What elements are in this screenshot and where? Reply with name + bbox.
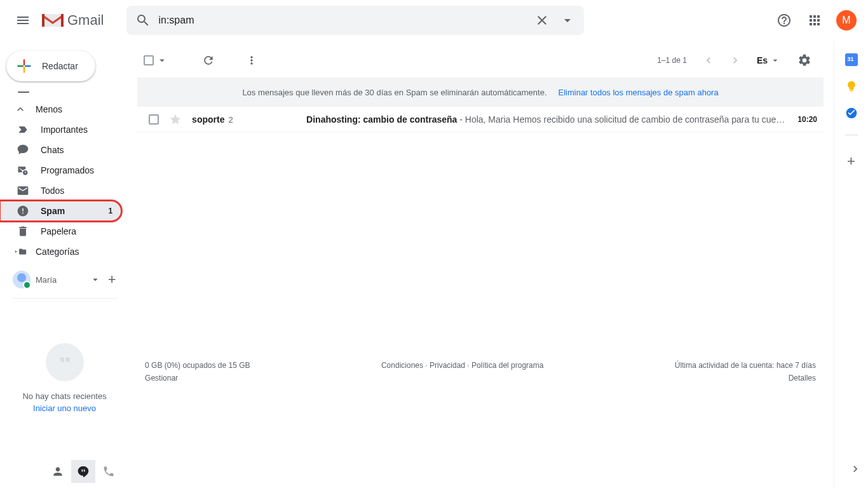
nav-list: Menos Importantes Chats Programados Todo…	[0, 99, 129, 262]
chevron-right-icon	[849, 463, 862, 475]
nav-chats[interactable]: Chats	[0, 140, 121, 160]
header-right: M	[771, 8, 863, 33]
message-time: 10:20	[797, 115, 817, 124]
terms-link[interactable]: Condiciones	[381, 361, 423, 370]
collapse-indicator	[18, 92, 29, 93]
gmail-logo-icon	[41, 11, 65, 29]
contacts-tab[interactable]	[46, 460, 70, 483]
footer-activity: Última actividad de la cuenta: hace 7 dí…	[675, 361, 816, 383]
manage-storage-link[interactable]: Gestionar	[145, 374, 250, 383]
dropdown-icon	[560, 13, 575, 28]
nav-all[interactable]: Todos	[0, 180, 121, 201]
footer: 0 GB (0%) ocupados de 15 GB Gestionar Co…	[137, 361, 824, 383]
divider	[11, 298, 118, 299]
main-menu-button[interactable]	[8, 5, 38, 36]
nav-scheduled[interactable]: Programados	[0, 160, 121, 180]
chevron-right-icon	[729, 54, 742, 67]
search-button[interactable]	[130, 8, 156, 33]
divider	[845, 135, 858, 135]
keep-addon[interactable]	[845, 80, 858, 93]
user-avatar-icon	[13, 271, 31, 288]
side-panel: 31 +	[834, 41, 868, 488]
hangouts-icon	[46, 343, 84, 381]
lang-label: Es	[757, 55, 768, 65]
support-button[interactable]	[771, 8, 797, 33]
tasks-addon[interactable]	[845, 107, 858, 119]
dropdown-icon	[156, 55, 168, 66]
chevron-left-icon	[702, 54, 715, 67]
nav-important[interactable]: Importantes	[0, 119, 121, 140]
activity-text: Última actividad de la cuenta: hace 7 dí…	[675, 361, 816, 370]
app-header: Gmail M	[0, 0, 868, 41]
refresh-button[interactable]	[196, 48, 221, 73]
phone-icon	[102, 465, 115, 478]
chevron-down-icon	[90, 274, 101, 285]
privacy-link[interactable]: Privacidad	[430, 361, 465, 370]
toolbar: 1–1 de 1 Es	[137, 41, 824, 71]
storage-text: 0 GB (0%) ocupados de 15 GB	[145, 361, 250, 370]
nav-categories[interactable]: Categorías	[0, 241, 121, 262]
delete-spam-link[interactable]: Eliminar todos los mensajes de spam ahor…	[559, 88, 719, 97]
calendar-icon: 31	[848, 56, 854, 62]
message-subject-line: Dinahosting: cambio de contraseña - Hola…	[306, 114, 785, 125]
chat-user-name: María	[36, 275, 90, 285]
input-tools-button[interactable]: Es	[757, 55, 780, 65]
main: 1–1 de 1 Es Los mensajes que lleven más …	[129, 41, 868, 488]
calendar-addon[interactable]: 31	[845, 53, 858, 66]
settings-button[interactable]	[792, 48, 817, 73]
footer-storage: 0 GB (0%) ocupados de 15 GB Gestionar	[145, 361, 250, 383]
chat-user-row[interactable]: María +	[0, 266, 129, 293]
prev-page-button[interactable]	[698, 50, 719, 71]
search-box[interactable]	[126, 6, 584, 35]
chat-icon	[17, 144, 29, 156]
hide-side-panel[interactable]	[849, 463, 862, 475]
phone-tab[interactable]	[97, 460, 121, 483]
checkbox-icon	[144, 55, 154, 65]
select-all[interactable]	[144, 55, 168, 66]
program-link[interactable]: Política del programa	[471, 361, 543, 370]
spam-icon	[17, 205, 29, 217]
more-vert-icon	[245, 54, 258, 67]
get-addons-button[interactable]: +	[847, 153, 855, 170]
message-row[interactable]: soporte 2 Dinahosting: cambio de contras…	[137, 107, 824, 132]
sidebar: Redactar Menos Importantes Chats Program…	[0, 41, 129, 488]
hangouts-empty: No hay chats recientes Iniciar uno nuevo	[0, 343, 129, 413]
nav-less[interactable]: Menos	[0, 99, 121, 119]
refresh-icon	[202, 54, 215, 67]
star-button[interactable]	[169, 113, 182, 126]
compose-label: Redactar	[42, 61, 78, 71]
no-chats-text: No hay chats recientes	[13, 391, 116, 401]
apps-grid-icon	[807, 13, 822, 28]
gear-icon	[797, 53, 811, 67]
apps-button[interactable]	[802, 8, 827, 33]
keep-icon	[845, 80, 858, 93]
details-link[interactable]: Detalles	[675, 374, 816, 383]
new-chat-button[interactable]: +	[101, 269, 123, 290]
search-input[interactable]	[156, 15, 529, 26]
logo[interactable]: Gmail	[41, 11, 123, 29]
close-icon	[534, 13, 550, 28]
search-options-button[interactable]	[555, 8, 580, 33]
more-button[interactable]	[239, 48, 264, 73]
hangouts-section: María + No hay chats recientes Iniciar u…	[0, 262, 129, 413]
content: 1–1 de 1 Es Los mensajes que lleven más …	[130, 41, 834, 488]
account-avatar[interactable]: M	[836, 10, 857, 30]
mail-icon	[17, 184, 29, 197]
nav-trash[interactable]: Papelera	[0, 221, 121, 241]
next-page-button[interactable]	[725, 50, 745, 71]
spam-banner: Los mensajes que lleven más de 30 días e…	[137, 78, 824, 107]
folder-icon	[14, 245, 27, 258]
tasks-icon	[845, 107, 858, 119]
scheduled-icon	[17, 164, 29, 177]
toolbar-right: 1–1 de 1 Es	[657, 48, 817, 73]
footer-links: Condiciones · Privacidad · Política del …	[381, 361, 544, 383]
nav-less-label: Menos	[36, 104, 114, 114]
search-icon	[135, 13, 151, 28]
clear-search-button[interactable]	[529, 8, 555, 33]
person-icon	[51, 465, 64, 478]
hangouts-tab[interactable]	[71, 460, 95, 483]
message-checkbox[interactable]	[149, 114, 159, 125]
start-chat-link[interactable]: Iniciar uno nuevo	[13, 403, 116, 413]
compose-button[interactable]: Redactar	[6, 51, 95, 81]
nav-spam[interactable]: Spam 1	[0, 201, 121, 221]
